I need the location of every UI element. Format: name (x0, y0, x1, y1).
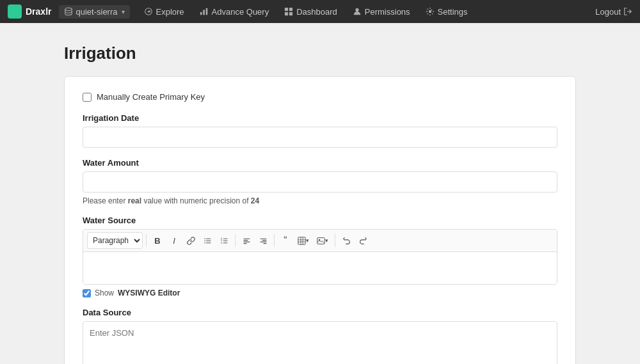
water-source-field: Water Source Paragraph B I (83, 216, 557, 297)
nav-settings-label: Settings (438, 7, 468, 17)
nav-permissions[interactable]: Permissions (346, 4, 417, 19)
wysiwyg-row: Show WYSIWYG Editor (83, 289, 557, 297)
svg-marker-2 (147, 10, 150, 13)
editor-toolbar: Paragraph B I 1.2.3. (83, 230, 557, 252)
logo: Draxlr (8, 4, 51, 19)
logout-button[interactable]: Logout (595, 7, 632, 17)
nav-explore[interactable]: Explore (138, 4, 191, 19)
nav-dashboard-label: Dashboard (296, 7, 337, 17)
svg-rect-32 (298, 237, 305, 244)
logo-text: Draxlr (26, 6, 51, 17)
image-button[interactable]: ▾ (314, 232, 332, 249)
table-button[interactable]: ▾ (294, 232, 312, 249)
irrigation-date-field: Irrigation Date (83, 113, 557, 148)
ordered-list-button[interactable]: 1.2.3. (216, 232, 232, 249)
db-name: quiet-sierra (76, 7, 117, 17)
logo-box (8, 4, 22, 19)
dashboard-icon (284, 7, 293, 16)
link-button[interactable] (183, 232, 198, 249)
db-icon (64, 7, 73, 16)
paragraph-select[interactable]: Paragraph (87, 232, 143, 249)
redo-button[interactable] (355, 232, 371, 249)
toolbar-sep-4 (335, 234, 335, 247)
svg-rect-8 (285, 12, 288, 15)
manually-create-pk-label: Manually Create Primary Key (97, 92, 205, 102)
svg-rect-7 (289, 8, 292, 11)
nav-advance-query-label: Advance Query (212, 7, 269, 17)
svg-rect-5 (205, 8, 207, 15)
db-selector[interactable]: quiet-sierra ▾ (59, 5, 129, 19)
svg-point-14 (204, 240, 205, 241)
water-amount-field: Water Amount Please enter real value wit… (83, 158, 557, 205)
nav-explore-label: Explore (156, 7, 184, 17)
person-icon (353, 7, 362, 16)
page-content: Irrigation Manually Create Primary Key I… (0, 23, 640, 364)
toolbar-sep-3 (274, 234, 275, 247)
data-source-textarea[interactable] (83, 321, 557, 364)
show-label: Show (95, 289, 114, 297)
hint-precision: 24 (251, 196, 259, 205)
svg-rect-3 (200, 12, 202, 15)
svg-point-0 (65, 8, 72, 10)
align-left-button[interactable] (239, 232, 254, 249)
svg-rect-37 (317, 237, 324, 244)
nav-advance-query[interactable]: Advance Query (193, 4, 276, 19)
wysiwyg-label: WYSIWYG Editor (118, 289, 180, 297)
irrigation-date-input[interactable] (83, 127, 557, 148)
irrigation-date-label: Irrigation Date (83, 113, 557, 123)
compass-icon (144, 7, 153, 16)
data-source-field: Data Source Show WYSIWYG Editor (83, 308, 557, 364)
svg-rect-4 (203, 10, 205, 15)
water-source-editor: Paragraph B I 1.2.3. (83, 229, 557, 285)
navbar: Draxlr quiet-sierra ▾ Explore Advance Qu… (0, 0, 640, 23)
hint-suffix: value with numeric precision of (141, 196, 251, 205)
toolbar-sep-1 (146, 234, 147, 247)
svg-point-10 (355, 8, 358, 12)
toolbar-sep-2 (235, 234, 236, 247)
svg-rect-6 (285, 8, 288, 11)
italic-button[interactable]: I (166, 232, 182, 249)
nav-settings[interactable]: Settings (419, 4, 474, 19)
logout-label: Logout (595, 7, 621, 17)
form-card: Manually Create Primary Key Irrigation D… (64, 76, 576, 364)
blockquote-button[interactable]: “ (278, 232, 293, 249)
chevron-down-icon: ▾ (122, 8, 125, 15)
align-right-button[interactable] (255, 232, 271, 249)
water-amount-hint: Please enter real value with numeric pre… (83, 196, 557, 205)
barchart-icon (200, 7, 209, 16)
water-amount-input[interactable] (83, 171, 557, 193)
hint-prefix: Please enter (83, 196, 128, 205)
svg-point-12 (204, 238, 205, 239)
data-source-label: Data Source (83, 308, 557, 317)
water-source-label: Water Source (83, 216, 557, 225)
gear-icon (426, 7, 435, 16)
svg-point-16 (204, 242, 205, 243)
water-amount-label: Water Amount (83, 158, 557, 168)
water-source-content[interactable] (83, 252, 557, 284)
nav-dashboard[interactable]: Dashboard (278, 4, 344, 19)
bold-button[interactable]: B (150, 232, 165, 249)
nav-permissions-label: Permissions (365, 7, 410, 17)
svg-text:3.: 3. (220, 241, 222, 244)
undo-button[interactable] (339, 232, 354, 249)
svg-point-11 (428, 10, 431, 13)
svg-rect-9 (289, 12, 292, 15)
wysiwyg-checkbox[interactable] (83, 289, 91, 297)
logout-icon (623, 7, 632, 16)
manually-create-pk-checkbox[interactable] (83, 93, 92, 102)
manually-create-pk-row: Manually Create Primary Key (83, 92, 557, 102)
hint-bold: real (128, 196, 141, 205)
page-title: Irrigation (64, 44, 576, 63)
unordered-list-button[interactable] (200, 232, 215, 249)
